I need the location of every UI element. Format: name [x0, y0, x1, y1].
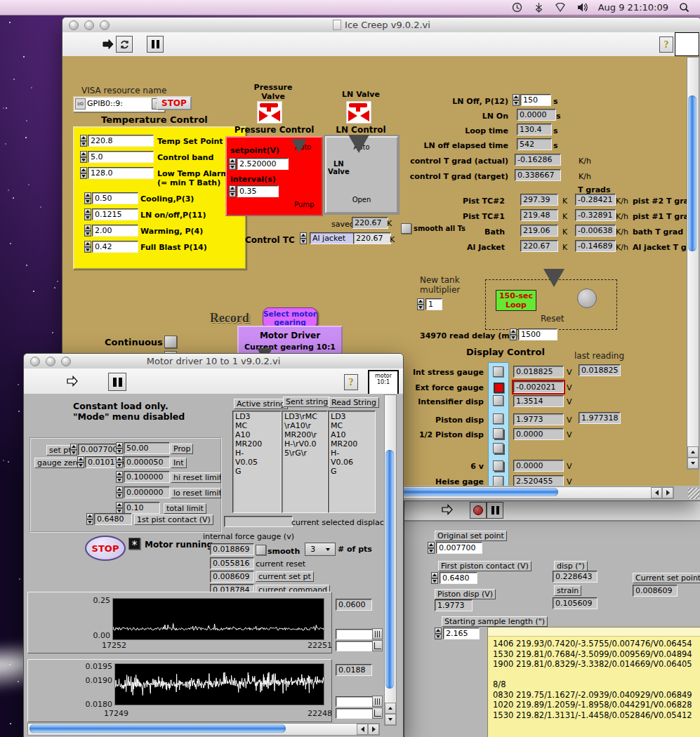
ice-vscroll-thumb[interactable]	[688, 95, 696, 251]
active-string-list[interactable]: LD3 MC A10 MR200 H- V0.05 G	[232, 411, 282, 513]
run-continuous-button[interactable]	[116, 36, 133, 53]
temp-set-point-spinner[interactable]	[80, 135, 87, 147]
full-blast-spinner[interactable]	[84, 241, 91, 253]
original-set-point-spinner[interactable]	[428, 542, 435, 554]
visa-combo[interactable]: I/O GPIB0::9:	[73, 96, 166, 113]
run-button[interactable]	[441, 504, 454, 517]
ice-titlebar[interactable]: Ice Creep v9.0.2.vi	[62, 18, 700, 33]
hi-reset-field[interactable]: 0.100000	[124, 471, 170, 483]
lo-reset-spinner[interactable]	[116, 486, 123, 498]
starting-sample-length-field[interactable]: 2.165	[443, 628, 480, 639]
pause-button[interactable]	[108, 373, 126, 391]
starting-sample-length-spinner[interactable]	[435, 628, 442, 639]
display-cb-piston[interactable]	[493, 413, 503, 424]
menu-clock[interactable]: Aug 9 21:10:09	[598, 2, 668, 13]
help-button[interactable]: ?	[659, 36, 673, 53]
stop-button[interactable]: STOP	[157, 96, 192, 110]
motor-titlebar[interactable]: Motor driver 10 to 1 v9.0.2.vi	[24, 354, 403, 369]
display-cb-intensifier[interactable]	[493, 395, 503, 406]
sent-string-list[interactable]: LD3\rMC \rA10\r MR200\r H-\rV0.0 5\rG\r	[282, 411, 328, 513]
smooth-checkbox[interactable]	[256, 545, 266, 555]
low-temp-alarm-field[interactable]: 128.0	[88, 167, 154, 179]
scroll-down-button[interactable]	[687, 458, 699, 469]
setpoint-field[interactable]: 2.520000	[237, 158, 289, 170]
force-scale-field2[interactable]	[336, 641, 375, 651]
close-button[interactable]	[30, 357, 40, 366]
cooling-field[interactable]: 0.50	[92, 192, 138, 204]
notes-area[interactable]: 1406 219.93/0.7420/-3.5755/0.007476/V0.0…	[487, 627, 700, 737]
minimize-button[interactable]	[46, 357, 55, 366]
pause-button[interactable]	[147, 36, 164, 53]
display-cb-ext-force[interactable]	[494, 383, 504, 393]
scroll-right-button[interactable]	[368, 724, 379, 735]
cooling-spinner[interactable]	[84, 192, 91, 204]
zoom-button[interactable]	[100, 20, 110, 30]
zoom-button[interactable]	[61, 357, 71, 366]
set-pt-spinner[interactable]	[70, 444, 77, 456]
total-limit-spinner[interactable]	[116, 502, 123, 514]
scroll-down-button[interactable]	[385, 714, 396, 725]
scroll-left-button[interactable]	[357, 724, 368, 735]
help-button[interactable]: ?	[344, 374, 358, 390]
run-button[interactable]	[102, 39, 114, 52]
first-piston-contact-field[interactable]: 0.6480	[440, 572, 477, 584]
new-tank-field[interactable]: 1	[425, 298, 442, 310]
resize-grip[interactable]	[688, 488, 699, 499]
ice-vertical-scrollbar[interactable]	[687, 57, 699, 470]
motor-vertical-scrollbar[interactable]	[384, 394, 397, 726]
command-scale-field2[interactable]	[336, 708, 375, 719]
full-blast-field[interactable]: 0.42	[92, 241, 138, 253]
setpoint-spinner[interactable]	[229, 158, 236, 170]
scroll-right-button[interactable]	[662, 487, 673, 498]
spotlight-icon[interactable]	[678, 1, 690, 13]
int-spinner[interactable]	[116, 456, 123, 468]
new-tank-spinner[interactable]	[417, 298, 424, 310]
ln-onoff-spinner[interactable]	[84, 208, 91, 220]
record-button[interactable]	[470, 502, 487, 519]
warming-spinner[interactable]	[84, 225, 91, 237]
prop-field[interactable]: 50.00	[124, 442, 170, 454]
visa-value[interactable]: GPIB0::9:	[87, 99, 123, 108]
run-button[interactable]	[66, 376, 79, 389]
scale-lock-button[interactable]	[372, 696, 383, 707]
read-delay-field[interactable]: 1500	[518, 328, 557, 340]
hi-reset-spinner[interactable]	[116, 471, 123, 483]
low-temp-alarm-spinner[interactable]	[80, 167, 87, 179]
display-cb-heise[interactable]	[493, 476, 503, 486]
continuous-checkbox[interactable]	[164, 336, 177, 348]
total-limit-field[interactable]: 0.10	[124, 502, 160, 514]
lo-reset-field[interactable]: 0.000000	[124, 486, 170, 498]
close-button[interactable]	[69, 20, 79, 30]
bluetooth-icon[interactable]	[533, 1, 545, 13]
ln-off-spinner[interactable]	[513, 94, 520, 106]
loop-button[interactable]: 150-sec Loop	[496, 290, 536, 311]
scroll-up-button[interactable]	[687, 446, 699, 458]
display-cb-6v[interactable]	[493, 460, 503, 471]
ln-off-field[interactable]: 150	[520, 94, 551, 106]
gauge-zero-spinner[interactable]	[77, 456, 84, 468]
contact-spinner[interactable]	[86, 513, 93, 525]
minimize-button[interactable]	[84, 20, 94, 30]
force-scale-field[interactable]	[336, 629, 375, 639]
control-band-field[interactable]: 5.0	[88, 151, 154, 163]
interval-field[interactable]: 0.35	[237, 185, 279, 197]
vi-icon-box[interactable]	[675, 32, 699, 56]
pressure-valve-icon[interactable]	[257, 101, 282, 124]
original-set-point-field[interactable]: 0.007700	[436, 542, 482, 554]
vi-icon[interactable]: motor 10:1	[368, 370, 399, 397]
ln-onoff-field[interactable]: 0.1215	[92, 208, 138, 220]
warming-field[interactable]: 2.00	[92, 225, 138, 237]
read-delay-spinner[interactable]	[510, 328, 517, 340]
scale-slider-button[interactable]	[372, 640, 383, 651]
int-field[interactable]: 0.000050	[124, 456, 170, 468]
interval-spinner[interactable]	[229, 185, 236, 197]
scale-lock-button[interactable]	[372, 628, 383, 639]
motor-vscroll-thumb[interactable]	[385, 450, 394, 689]
scroll-up-button[interactable]	[385, 703, 396, 714]
motor-horizontal-scrollbar[interactable]	[27, 723, 380, 736]
contact-field[interactable]: 0.6480	[94, 513, 132, 525]
scroll-left-button[interactable]	[651, 487, 662, 498]
volume-icon[interactable]	[576, 1, 588, 13]
control-band-spinner[interactable]	[80, 151, 87, 163]
motor-running-checkbox[interactable]	[128, 538, 140, 550]
